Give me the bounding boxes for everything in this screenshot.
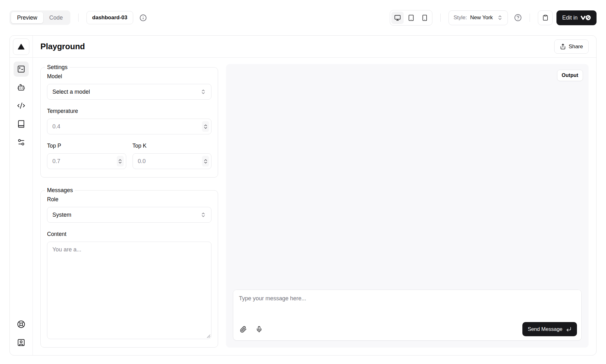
share-button[interactable]: Share (554, 39, 589, 54)
content-field: Content (47, 231, 211, 339)
caret-sort-icon (200, 89, 206, 95)
output-badge: Output (557, 70, 583, 81)
main-area: Playground Share Settings Model Select a… (33, 36, 596, 355)
toolbar-separator (78, 14, 79, 22)
sidebar-header (10, 36, 33, 58)
temperature-field: Temperature (47, 108, 211, 134)
info-icon[interactable] (140, 14, 147, 21)
code-icon (17, 102, 25, 110)
role-label: Role (47, 196, 211, 203)
tab-preview[interactable]: Preview (11, 12, 43, 23)
settings2-icon (17, 138, 25, 146)
message-composer: Send Message (233, 290, 582, 341)
edit-in-v0-label: Edit in (562, 15, 578, 21)
message-input[interactable] (233, 290, 581, 322)
share-button-label: Share (569, 44, 583, 50)
messages-fieldset: Messages Role System Content (40, 187, 218, 348)
sidebar-item-settings[interactable] (14, 135, 29, 150)
paperclip-icon (240, 326, 247, 333)
use-microphone-button[interactable] (253, 323, 265, 336)
book-icon (17, 120, 25, 128)
block-name-badge[interactable]: dashboard-03 (86, 11, 133, 24)
sidebar (10, 36, 33, 355)
top-p-field: Top P (47, 143, 126, 169)
device-phone-button[interactable] (419, 12, 431, 24)
sidebar-bottom-nav (10, 313, 33, 355)
mic-icon (256, 326, 263, 333)
style-select-label: Style: (454, 15, 467, 21)
toolbar-separator (440, 14, 441, 22)
temperature-input[interactable] (47, 119, 211, 134)
page-title: Playground (40, 42, 85, 51)
content: Settings Model Select a model Temperatur… (33, 58, 596, 355)
content-textarea[interactable] (47, 242, 211, 339)
square-user-icon (17, 338, 25, 347)
send-message-label: Send Message (528, 326, 562, 332)
send-message-button[interactable]: Send Message (522, 322, 577, 336)
role-select-value: System (52, 212, 71, 218)
role-select[interactable]: System (47, 207, 211, 223)
view-tab-group: Preview Code (9, 10, 70, 25)
toolbar-separator (530, 14, 530, 22)
sidebar-item-api[interactable] (14, 98, 29, 113)
temperature-label: Temperature (47, 108, 211, 114)
sidebar-item-playground[interactable] (14, 62, 29, 77)
sidebar-item-account[interactable] (14, 335, 29, 350)
attach-file-button[interactable] (237, 323, 250, 336)
smartphone-icon (421, 15, 428, 21)
model-field: Model Select a model (47, 73, 211, 100)
top-k-label: Top K (133, 143, 212, 149)
style-select-value: New York (470, 15, 493, 21)
monitor-icon (394, 15, 401, 21)
top-k-field: Top K (133, 143, 212, 169)
v0-logo-icon (580, 15, 591, 20)
messages-legend: Messages (45, 187, 75, 194)
square-terminal-icon (17, 65, 25, 73)
toolbar-right: Style: New York Edit in (390, 10, 597, 26)
model-label: Model (47, 73, 211, 80)
sidebar-item-models[interactable] (14, 80, 29, 95)
page-header: Playground Share (33, 36, 596, 58)
sidebar-item-help[interactable] (14, 317, 29, 332)
caret-sort-icon (497, 15, 503, 21)
copy-code-button[interactable] (538, 10, 553, 25)
top-p-input[interactable] (47, 153, 126, 169)
role-field: Role System (47, 196, 211, 223)
life-buoy-icon (17, 320, 25, 328)
edit-in-v0-button[interactable]: Edit in (556, 10, 597, 25)
style-select[interactable]: Style: New York (449, 10, 508, 25)
top-toolbar: Preview Code dashboard-03 (0, 0, 606, 35)
home-logo-button[interactable] (13, 38, 29, 55)
content-label: Content (47, 231, 211, 238)
sidebar-item-documentation[interactable] (14, 116, 29, 132)
caret-sort-icon (200, 212, 206, 218)
device-desktop-button[interactable] (391, 12, 404, 24)
number-spinner-icon[interactable] (202, 121, 209, 132)
bot-icon (17, 83, 25, 91)
toolbar-left: Preview Code dashboard-03 (9, 10, 147, 25)
top-p-label: Top P (47, 143, 126, 149)
triangle-logo-icon (17, 43, 25, 50)
share-icon (560, 44, 566, 50)
corner-down-left-icon (566, 326, 572, 332)
app-frame: Playground Share Settings Model Select a… (9, 35, 597, 355)
top-k-input[interactable] (133, 153, 212, 169)
top-p-k-row: Top P Top K (47, 143, 211, 169)
output-panel: Output (226, 64, 589, 348)
device-tablet-button[interactable] (405, 12, 417, 24)
model-select-value: Select a model (52, 89, 90, 95)
circle-help-icon[interactable] (514, 14, 522, 21)
number-spinner-icon[interactable] (117, 156, 124, 167)
sidebar-nav (10, 58, 33, 154)
settings-fieldset: Settings Model Select a model Temperatur… (40, 64, 218, 178)
device-toggle-group (390, 10, 432, 26)
settings-form: Settings Model Select a model Temperatur… (40, 64, 218, 348)
tab-code[interactable]: Code (43, 12, 69, 23)
number-spinner-icon[interactable] (202, 156, 209, 167)
tablet-icon (408, 15, 414, 21)
composer-toolbar: Send Message (233, 322, 581, 340)
settings-legend: Settings (45, 64, 69, 71)
model-select[interactable]: Select a model (47, 84, 211, 100)
clipboard-icon (542, 15, 549, 21)
